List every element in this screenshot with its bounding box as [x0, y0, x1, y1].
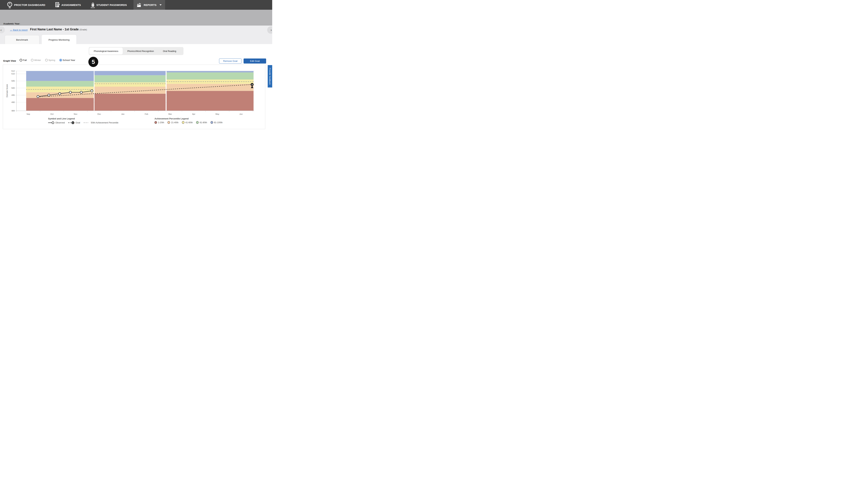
legend-item-label: 50th Achievement Percentile — [91, 122, 118, 124]
domain-subtabs: Phonological Awareness Phonics/Word Reco… — [89, 47, 184, 55]
tab-benchmark[interactable]: Benchmark — [5, 35, 39, 44]
radio-circle-icon — [20, 59, 22, 61]
legend-title: Symbol and Line Legend — [48, 117, 118, 120]
nav-item-student-passwords[interactable]: **** STUDENT PASSWORDS — [87, 0, 131, 10]
legend-item-label: 61-80th — [200, 121, 207, 124]
nav-label: PROCTOR DASHBOARD — [14, 3, 45, 7]
radio-circle-icon — [45, 59, 48, 61]
nav-item-proctor-dashboard[interactable]: PROCTOR DASHBOARD — [3, 0, 49, 10]
radio-spring: Spring — [45, 59, 55, 61]
svg-text:490: 490 — [11, 101, 15, 103]
svg-text:510: 510 — [11, 73, 15, 75]
solid-line-circle-legend-icon — [48, 121, 54, 124]
progress-chart-card: ★512510505500495490484SepOctNovDecJanFeb… — [3, 65, 265, 129]
svg-text:Jan: Jan — [121, 113, 124, 115]
percentile-swatch-icon — [155, 121, 157, 124]
subtab-oral-reading[interactable]: Oral Reading — [158, 48, 181, 54]
chevron-down-icon — [159, 4, 162, 6]
legend-item-observed: Observed — [48, 121, 65, 124]
academic-year-label: Academic Year: — [3, 22, 20, 25]
proctor-dashboard-page: PROCTOR DASHBOARD ASSIGNMENTS — [0, 0, 272, 131]
subtab-label: Phonics/Word Recognition — [127, 50, 154, 52]
svg-text:Mar: Mar — [168, 113, 172, 115]
radio-label: Spring — [49, 59, 55, 61]
legend-item-41-60th: 41-60th — [182, 121, 193, 124]
remove-goal-button[interactable]: Remove Goal — [219, 59, 241, 64]
symbol-line-legend: Symbol and Line Legend Observed★Goal50th… — [48, 117, 118, 124]
progress-monitoring-chart: ★512510505500495490484SepOctNovDecJanFeb… — [3, 65, 265, 117]
subtab-phonics-word-recognition[interactable]: Phonics/Word Recognition — [123, 48, 158, 54]
svg-text:Apr: Apr — [192, 113, 195, 115]
password-asterisks: **** — [91, 7, 95, 9]
edit-goal-button[interactable]: Edit Goal — [244, 59, 266, 64]
svg-text:★: ★ — [251, 83, 253, 86]
svg-text:484: 484 — [11, 110, 15, 112]
back-to-report-link[interactable]: ← Back to report — [10, 28, 28, 31]
svg-text:495: 495 — [11, 94, 15, 96]
nav-item-reports[interactable]: REPORTS — [134, 0, 165, 10]
radio-label: School Year — [63, 59, 75, 61]
svg-text:Jun: Jun — [239, 113, 243, 115]
percentile-swatch-icon — [182, 121, 184, 124]
legend-item-label: 81-100th — [214, 121, 223, 124]
chevron-right-icon: › — [271, 28, 272, 32]
chevron-left-icon: ‹ — [1, 28, 2, 32]
svg-text:Nov: Nov — [74, 113, 78, 115]
back-link-label: Back to report — [13, 29, 28, 31]
feedback-label: Provide feedback — [269, 68, 271, 85]
left-arrow-icon: ← — [10, 28, 13, 31]
page-title: First Name Last Name - 1st Grade(Grade) — [30, 28, 87, 31]
svg-text:Dec: Dec — [97, 113, 101, 115]
svg-text:Sep: Sep — [27, 113, 30, 115]
legend-item-label: 21-40th — [171, 121, 178, 124]
graph-view-radio-group: FallWinterSpringSchool Year — [20, 59, 75, 61]
legend-item-label: 1-20th — [158, 121, 164, 124]
svg-text:★: ★ — [72, 122, 74, 124]
gray-dashed-line-legend-icon — [84, 121, 90, 124]
svg-text:500: 500 — [11, 87, 15, 89]
radio-label: Winter — [34, 59, 41, 61]
legend-item-label: Observed — [55, 122, 65, 124]
radio-school-year[interactable]: School Year — [59, 59, 75, 61]
graph-view-label: Graph View — [3, 60, 16, 62]
legend-item-label: 41-60th — [185, 121, 193, 124]
nav-item-assignments[interactable]: ASSIGNMENTS — [52, 0, 84, 10]
tab-progress-monitoring[interactable]: Progress Monitoring — [42, 35, 76, 45]
nav-label: ASSIGNMENTS — [61, 3, 81, 7]
student-name-title: First Name Last Name - 1st Grade — [30, 28, 79, 31]
progress-monitoring-panel: Phonological Awareness Phonics/Word Reco… — [0, 44, 272, 131]
svg-text:May: May — [215, 113, 219, 115]
legend-item-label: Goal — [75, 122, 80, 124]
radio-circle-icon — [31, 59, 33, 61]
legend-item-goal: ★Goal — [68, 121, 80, 124]
toolbar: Academic Year: 2024-2025 Print — [0, 10, 272, 25]
achievement-percentile-legend: Achievement Percentile Legend 1-20th21-4… — [155, 117, 223, 124]
svg-text:505: 505 — [11, 80, 15, 82]
subtab-label: Phonological Awareness — [94, 50, 118, 52]
gauge-icon — [7, 2, 12, 8]
legend-item-1-20th: 1-20th — [155, 121, 164, 124]
svg-text:Domain Score: Domain Score — [6, 84, 8, 97]
grade-suffix: (Grade) — [80, 29, 87, 31]
svg-text:Oct: Oct — [50, 113, 54, 115]
svg-text:Feb: Feb — [145, 113, 148, 115]
reports-chart-icon — [137, 3, 142, 7]
legend-item-21-40th: 21-40th — [167, 121, 178, 124]
radio-fall[interactable]: Fall — [20, 59, 27, 61]
tab-label: Progress Monitoring — [49, 39, 70, 41]
tab-label: Benchmark — [16, 39, 28, 41]
nav-label: REPORTS — [144, 3, 157, 7]
legend-item-50th-achievement-percentile: 50th Achievement Percentile — [84, 121, 118, 124]
button-label: Edit Goal — [250, 60, 260, 62]
subtab-phonological-awareness[interactable]: Phonological Awareness — [89, 48, 123, 54]
subtab-label: Oral Reading — [163, 50, 176, 52]
legend-item-61-80th: 61-80th — [196, 121, 207, 124]
svg-text:512: 512 — [11, 70, 15, 72]
button-label: Remove Goal — [223, 60, 237, 62]
radio-circle-icon — [59, 59, 62, 61]
legend-item-81-100th: 81-100th — [210, 121, 223, 124]
nav-label: STUDENT PASSWORDS — [96, 3, 127, 7]
dashed-line-star-legend-icon: ★ — [68, 121, 74, 124]
provide-feedback-button[interactable]: Provide feedback — [268, 65, 272, 87]
legend-title: Achievement Percentile Legend — [155, 117, 223, 120]
